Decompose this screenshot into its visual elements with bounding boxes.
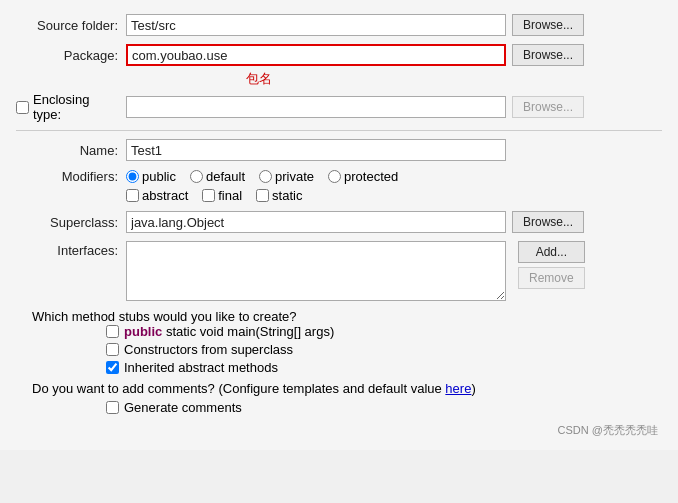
comments-question-row: Do you want to add comments? (Configure …	[16, 381, 662, 396]
package-label: Package:	[16, 48, 126, 63]
interfaces-buttons: Add... Remove	[512, 241, 585, 289]
modifier-private-label: private	[275, 169, 314, 184]
modifier-abstract-option[interactable]: abstract	[126, 188, 188, 203]
source-folder-browse-button[interactable]: Browse...	[512, 14, 584, 36]
stub-constructors-item: Constructors from superclass	[16, 342, 662, 357]
modifier-protected-radio[interactable]	[328, 170, 341, 183]
modifier-public-radio[interactable]	[126, 170, 139, 183]
modifier-protected-option[interactable]: protected	[328, 169, 398, 184]
generate-comments-label: Generate comments	[124, 400, 242, 415]
stubs-section: Which method stubs would you like to cre…	[16, 309, 662, 375]
modifier-protected-label: protected	[344, 169, 398, 184]
modifiers-checkbox-group: abstract final static	[126, 188, 302, 203]
package-hint-row: 包名	[16, 70, 662, 88]
comments-here-link[interactable]: here	[445, 381, 471, 396]
modifier-default-radio[interactable]	[190, 170, 203, 183]
interfaces-row: Interfaces: Add... Remove	[16, 241, 662, 301]
superclass-row: Superclass: Browse...	[16, 211, 662, 233]
stub-main-label: public static void main(String[] args)	[124, 324, 334, 339]
package-row: Package: Browse...	[16, 44, 662, 66]
stub-main-checkbox[interactable]	[106, 325, 119, 338]
package-input[interactable]	[126, 44, 506, 66]
name-input[interactable]	[126, 139, 506, 161]
modifier-private-option[interactable]: private	[259, 169, 314, 184]
superclass-input[interactable]	[126, 211, 506, 233]
modifier-static-checkbox[interactable]	[256, 189, 269, 202]
modifier-default-option[interactable]: default	[190, 169, 245, 184]
modifiers-row: Modifiers: public default private protec…	[16, 169, 662, 184]
interfaces-label: Interfaces:	[16, 241, 126, 258]
modifier-abstract-label: abstract	[142, 188, 188, 203]
footer: CSDN @禿禿禿禿哇	[16, 423, 662, 438]
enclosing-input[interactable]	[126, 96, 506, 118]
modifier-static-option[interactable]: static	[256, 188, 302, 203]
modifier-public-option[interactable]: public	[126, 169, 176, 184]
interfaces-remove-button[interactable]: Remove	[518, 267, 585, 289]
modifiers-radio-group: public default private protected	[126, 169, 398, 184]
source-folder-row: Source folder: Browse...	[16, 14, 662, 36]
modifier-public-label: public	[142, 169, 176, 184]
modifier-final-checkbox[interactable]	[202, 189, 215, 202]
source-folder-input[interactable]	[126, 14, 506, 36]
name-row: Name:	[16, 139, 662, 161]
package-hint-text: 包名	[246, 70, 272, 88]
modifier-default-label: default	[206, 169, 245, 184]
generate-comments-checkbox[interactable]	[106, 401, 119, 414]
modifiers-checkbox-row: abstract final static	[16, 188, 662, 203]
modifiers-label: Modifiers:	[16, 169, 126, 184]
package-browse-button[interactable]: Browse...	[512, 44, 584, 66]
superclass-browse-button[interactable]: Browse...	[512, 211, 584, 233]
enclosing-row: Enclosing type: Browse...	[16, 92, 662, 122]
interfaces-add-button[interactable]: Add...	[518, 241, 585, 263]
modifier-private-radio[interactable]	[259, 170, 272, 183]
stub-inherited-item: Inherited abstract methods	[16, 360, 662, 375]
interfaces-textarea[interactable]	[126, 241, 506, 301]
stub-constructors-label: Constructors from superclass	[124, 342, 293, 357]
stub-main-item: public static void main(String[] args)	[16, 324, 662, 339]
generate-comments-item: Generate comments	[16, 400, 662, 415]
new-class-dialog: Source folder: Browse... Package: Browse…	[0, 0, 678, 450]
enclosing-browse-button[interactable]: Browse...	[512, 96, 584, 118]
comments-question-text: Do you want to add comments? (Configure …	[32, 381, 445, 396]
source-folder-label: Source folder:	[16, 18, 126, 33]
comments-question-end: )	[471, 381, 475, 396]
enclosing-checkbox[interactable]	[16, 101, 29, 114]
superclass-label: Superclass:	[16, 215, 126, 230]
modifier-static-label: static	[272, 188, 302, 203]
watermark-text: CSDN @禿禿禿禿哇	[558, 423, 658, 438]
stubs-question: Which method stubs would you like to cre…	[16, 309, 662, 324]
modifier-final-option[interactable]: final	[202, 188, 242, 203]
modifier-final-label: final	[218, 188, 242, 203]
enclosing-label: Enclosing type:	[33, 92, 118, 122]
comments-section: Do you want to add comments? (Configure …	[16, 381, 662, 415]
stub-constructors-checkbox[interactable]	[106, 343, 119, 356]
modifier-abstract-checkbox[interactable]	[126, 189, 139, 202]
stub-inherited-checkbox[interactable]	[106, 361, 119, 374]
name-label: Name:	[16, 143, 126, 158]
divider-1	[16, 130, 662, 131]
stub-inherited-label: Inherited abstract methods	[124, 360, 278, 375]
